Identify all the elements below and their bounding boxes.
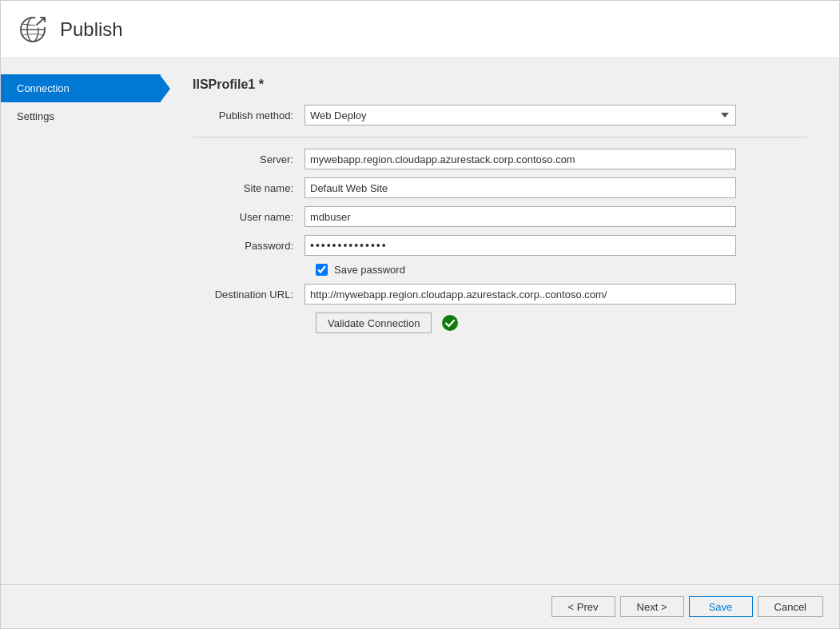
server-input[interactable] [305, 149, 736, 169]
password-input[interactable] [305, 235, 736, 256]
body: Connection Settings IISProfile1 * Publis… [1, 58, 839, 584]
user-name-label: User name: [193, 211, 305, 223]
destination-url-row: Destination URL: [193, 284, 807, 305]
profile-title: IISProfile1 * [193, 78, 807, 92]
site-name-row: Site name: [193, 177, 807, 198]
next-button[interactable]: Next > [620, 596, 684, 617]
footer: < Prev Next > Save Cancel [1, 584, 839, 628]
validate-connection-button[interactable]: Validate Connection [316, 313, 432, 333]
sidebar: Connection Settings [1, 58, 161, 584]
validation-success-icon [441, 314, 459, 332]
save-password-row: Save password [316, 264, 807, 276]
site-name-label: Site name: [193, 182, 305, 194]
header: Publish [1, 1, 839, 58]
password-label: Password: [193, 240, 305, 252]
sidebar-item-connection[interactable]: Connection [1, 74, 161, 102]
site-name-input[interactable] [305, 177, 736, 198]
sidebar-item-settings[interactable]: Settings [1, 102, 161, 130]
form-container: IISProfile1 * Publish method: Web Deploy… [193, 78, 807, 568]
publish-dialog: Publish Connection Settings IISProfile1 … [0, 0, 840, 629]
publish-method-label: Publish method: [193, 109, 305, 121]
svg-point-4 [442, 315, 458, 331]
cancel-button[interactable]: Cancel [758, 596, 823, 617]
server-label: Server: [193, 153, 305, 165]
publish-method-row: Publish method: Web Deploy FTP File Syst… [193, 105, 807, 125]
prev-button[interactable]: < Prev [551, 596, 615, 617]
divider [193, 137, 807, 137]
publish-globe-icon [17, 14, 49, 46]
user-name-row: User name: [193, 206, 807, 227]
password-row: Password: [193, 235, 807, 256]
server-row: Server: [193, 149, 807, 169]
save-password-checkbox[interactable] [316, 264, 328, 276]
save-button[interactable]: Save [689, 596, 753, 617]
content-area: IISProfile1 * Publish method: Web Deploy… [161, 58, 839, 584]
destination-url-label: Destination URL: [193, 289, 305, 301]
save-password-label[interactable]: Save password [334, 264, 405, 276]
publish-method-select[interactable]: Web Deploy FTP File System [305, 105, 736, 125]
destination-url-input[interactable] [305, 284, 736, 305]
validate-row: Validate Connection [316, 313, 807, 333]
user-name-input[interactable] [305, 206, 736, 227]
page-title: Publish [60, 18, 123, 41]
